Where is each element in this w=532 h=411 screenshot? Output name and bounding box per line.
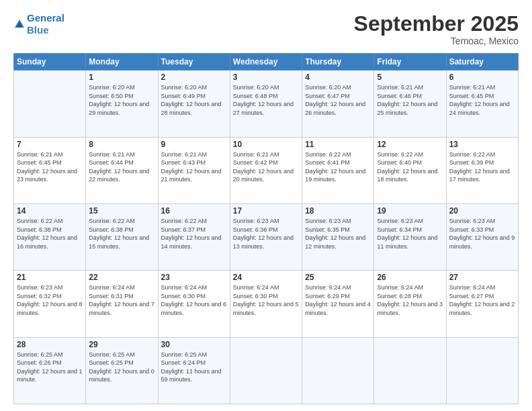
day-number: 20: [449, 206, 515, 216]
day-number: 30: [161, 340, 227, 349]
table-row: 17 Sunrise: 6:23 AMSunset: 6:36 PMDaylig…: [230, 203, 302, 270]
day-number: 23: [161, 273, 227, 282]
table-row: 21 Sunrise: 6:23 AMSunset: 6:32 PMDaylig…: [14, 271, 86, 337]
day-number: 14: [17, 206, 83, 216]
day-number: 10: [233, 140, 299, 149]
day-info: Sunrise: 6:21 AMSunset: 6:45 PMDaylight:…: [449, 84, 510, 116]
calendar-week-row: 21 Sunrise: 6:23 AMSunset: 6:32 PMDaylig…: [14, 271, 519, 337]
day-info: Sunrise: 6:21 AMSunset: 6:42 PMDaylight:…: [233, 151, 294, 183]
table-row: [374, 337, 446, 404]
table-row: 5 Sunrise: 6:21 AMSunset: 6:46 PMDayligh…: [374, 71, 446, 137]
header-monday: Monday: [86, 54, 158, 71]
day-info: Sunrise: 6:24 AMSunset: 6:27 PMDaylight:…: [449, 284, 515, 316]
day-number: 19: [377, 206, 443, 216]
table-row: 3 Sunrise: 6:20 AMSunset: 6:48 PMDayligh…: [230, 71, 302, 137]
table-row: 2 Sunrise: 6:20 AMSunset: 6:49 PMDayligh…: [158, 71, 230, 137]
day-number: 22: [89, 273, 154, 282]
day-info: Sunrise: 6:22 AMSunset: 6:40 PMDaylight:…: [377, 151, 437, 183]
day-info: Sunrise: 6:25 AMSunset: 6:24 PMDaylight:…: [161, 351, 222, 383]
table-row: 15 Sunrise: 6:22 AMSunset: 6:38 PMDaylig…: [86, 203, 158, 270]
table-row: 18 Sunrise: 6:23 AMSunset: 6:35 PMDaylig…: [302, 203, 374, 270]
day-info: Sunrise: 6:22 AMSunset: 6:39 PMDaylight:…: [449, 151, 510, 183]
day-info: Sunrise: 6:20 AMSunset: 6:47 PMDaylight:…: [305, 84, 365, 116]
header-friday: Friday: [374, 54, 446, 71]
table-row: [302, 337, 374, 404]
table-row: 7 Sunrise: 6:21 AMSunset: 6:45 PMDayligh…: [14, 137, 86, 203]
header-sunday: Sunday: [14, 54, 86, 71]
day-info: Sunrise: 6:24 AMSunset: 6:29 PMDaylight:…: [305, 284, 371, 316]
day-info: Sunrise: 6:23 AMSunset: 6:36 PMDaylight:…: [233, 218, 294, 250]
day-info: Sunrise: 6:23 AMSunset: 6:33 PMDaylight:…: [449, 218, 515, 250]
table-row: 4 Sunrise: 6:20 AMSunset: 6:47 PMDayligh…: [302, 71, 374, 137]
calendar-week-row: 14 Sunrise: 6:22 AMSunset: 6:38 PMDaylig…: [14, 203, 519, 270]
day-number: 21: [17, 273, 83, 282]
day-number: 29: [89, 340, 154, 349]
day-info: Sunrise: 6:24 AMSunset: 6:30 PMDaylight:…: [161, 284, 227, 316]
table-row: 1 Sunrise: 6:20 AMSunset: 6:50 PMDayligh…: [86, 71, 158, 137]
logo-icon: [13, 18, 26, 30]
day-info: Sunrise: 6:24 AMSunset: 6:30 PMDaylight:…: [233, 284, 299, 316]
header-thursday: Thursday: [302, 54, 374, 71]
day-number: 16: [161, 206, 227, 216]
day-number: 9: [161, 140, 227, 149]
table-row: 13 Sunrise: 6:22 AMSunset: 6:39 PMDaylig…: [446, 137, 518, 203]
day-info: Sunrise: 6:22 AMSunset: 6:41 PMDaylight:…: [305, 151, 365, 183]
day-number: 3: [233, 73, 299, 82]
day-number: 1: [89, 73, 154, 82]
day-info: Sunrise: 6:21 AMSunset: 6:44 PMDaylight:…: [89, 151, 149, 183]
day-number: 25: [305, 273, 371, 282]
logo: General Blue: [13, 12, 64, 36]
day-number: 5: [377, 73, 443, 82]
table-row: 27 Sunrise: 6:24 AMSunset: 6:27 PMDaylig…: [446, 271, 518, 337]
day-number: 7: [17, 140, 83, 149]
table-row: 24 Sunrise: 6:24 AMSunset: 6:30 PMDaylig…: [230, 271, 302, 337]
day-info: Sunrise: 6:24 AMSunset: 6:28 PMDaylight:…: [377, 284, 443, 316]
table-row: 26 Sunrise: 6:24 AMSunset: 6:28 PMDaylig…: [374, 271, 446, 337]
day-info: Sunrise: 6:24 AMSunset: 6:31 PMDaylight:…: [89, 284, 154, 316]
table-row: 12 Sunrise: 6:22 AMSunset: 6:40 PMDaylig…: [374, 137, 446, 203]
day-number: 17: [233, 206, 299, 216]
table-row: 9 Sunrise: 6:21 AMSunset: 6:43 PMDayligh…: [158, 137, 230, 203]
calendar-header-row: Sunday Monday Tuesday Wednesday Thursday…: [14, 54, 519, 71]
day-info: Sunrise: 6:23 AMSunset: 6:35 PMDaylight:…: [305, 218, 365, 250]
table-row: 10 Sunrise: 6:21 AMSunset: 6:42 PMDaylig…: [230, 137, 302, 203]
table-row: [446, 337, 518, 404]
logo-line1: General: [27, 12, 64, 24]
day-number: 4: [305, 73, 371, 82]
calendar-week-row: 1 Sunrise: 6:20 AMSunset: 6:50 PMDayligh…: [14, 71, 519, 137]
calendar-table: Sunday Monday Tuesday Wednesday Thursday…: [13, 53, 519, 404]
header-wednesday: Wednesday: [230, 54, 302, 71]
day-info: Sunrise: 6:25 AMSunset: 6:25 PMDaylight:…: [89, 351, 154, 383]
day-number: 8: [89, 140, 154, 149]
day-info: Sunrise: 6:22 AMSunset: 6:37 PMDaylight:…: [161, 218, 222, 250]
location: Temoac, Mexico: [354, 36, 519, 46]
title-block: September 2025 Temoac, Mexico: [354, 12, 519, 46]
day-number: 12: [377, 140, 443, 149]
table-row: [14, 71, 86, 137]
day-info: Sunrise: 6:25 AMSunset: 6:26 PMDaylight:…: [17, 351, 83, 383]
table-row: 20 Sunrise: 6:23 AMSunset: 6:33 PMDaylig…: [446, 203, 518, 270]
day-number: 11: [305, 140, 371, 149]
day-info: Sunrise: 6:21 AMSunset: 6:46 PMDaylight:…: [377, 84, 437, 116]
day-number: 2: [161, 73, 227, 82]
day-info: Sunrise: 6:20 AMSunset: 6:48 PMDaylight:…: [233, 84, 294, 116]
table-row: 23 Sunrise: 6:24 AMSunset: 6:30 PMDaylig…: [158, 271, 230, 337]
day-number: 27: [449, 273, 515, 282]
day-number: 26: [377, 273, 443, 282]
month-title: September 2025: [354, 12, 519, 36]
day-number: 6: [449, 73, 515, 82]
calendar-week-row: 28 Sunrise: 6:25 AMSunset: 6:26 PMDaylig…: [14, 337, 519, 404]
table-row: 25 Sunrise: 6:24 AMSunset: 6:29 PMDaylig…: [302, 271, 374, 337]
header: General Blue September 2025 Temoac, Mexi…: [13, 12, 519, 46]
day-number: 13: [449, 140, 515, 149]
day-info: Sunrise: 6:21 AMSunset: 6:43 PMDaylight:…: [161, 151, 222, 183]
table-row: 28 Sunrise: 6:25 AMSunset: 6:26 PMDaylig…: [14, 337, 86, 404]
table-row: 30 Sunrise: 6:25 AMSunset: 6:24 PMDaylig…: [158, 337, 230, 404]
day-number: 28: [17, 340, 83, 349]
table-row: 8 Sunrise: 6:21 AMSunset: 6:44 PMDayligh…: [86, 137, 158, 203]
calendar-week-row: 7 Sunrise: 6:21 AMSunset: 6:45 PMDayligh…: [14, 137, 519, 203]
day-info: Sunrise: 6:23 AMSunset: 6:34 PMDaylight:…: [377, 218, 437, 250]
table-row: 6 Sunrise: 6:21 AMSunset: 6:45 PMDayligh…: [446, 71, 518, 137]
day-info: Sunrise: 6:20 AMSunset: 6:50 PMDaylight:…: [89, 84, 149, 116]
header-tuesday: Tuesday: [158, 54, 230, 71]
